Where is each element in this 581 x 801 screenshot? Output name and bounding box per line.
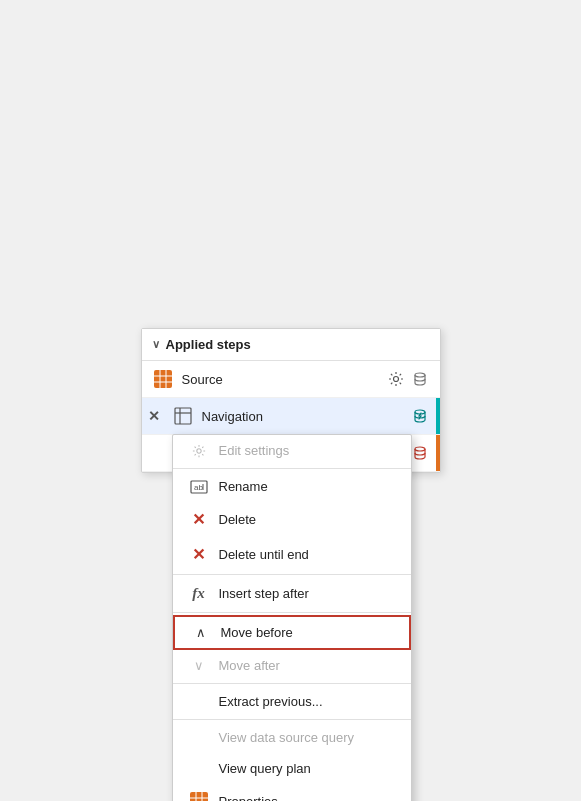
menu-item-delete[interactable]: ✕ Delete	[173, 502, 411, 537]
navigation-step-label: Navigation	[202, 409, 410, 424]
properties-label: Properties...	[219, 794, 289, 802]
separator-4	[173, 683, 411, 684]
separator-5	[173, 719, 411, 720]
panel-title: Applied steps	[166, 337, 251, 352]
close-button[interactable]: ✕	[148, 408, 160, 424]
svg-point-5	[415, 373, 425, 377]
menu-item-delete-until-end[interactable]: ✕ Delete until end	[173, 537, 411, 572]
applied-steps-header: ∨ Applied steps	[142, 329, 440, 361]
delete-label: Delete	[219, 512, 257, 527]
step-item-navigation[interactable]: ✕ Navigation	[142, 398, 440, 435]
move-before-label: Move before	[221, 625, 293, 640]
context-menu: Edit settings ab Rename	[172, 434, 412, 801]
rename-label: Rename	[219, 479, 268, 494]
navigation-step-icon	[172, 405, 194, 427]
menu-item-extract-previous[interactable]: Extract previous...	[173, 686, 411, 717]
separator-2	[173, 574, 411, 575]
insert-step-after-label: Insert step after	[219, 586, 309, 601]
teal-accent	[436, 398, 440, 434]
source-step-actions	[386, 369, 430, 389]
menu-item-view-query-plan[interactable]: View query plan	[173, 753, 411, 784]
extract-previous-label: Extract previous...	[219, 694, 323, 709]
svg-rect-13	[190, 792, 208, 801]
edit-settings-gear-icon	[189, 444, 209, 458]
source-step-label: Source	[182, 372, 386, 387]
separator-1	[173, 468, 411, 469]
svg-rect-0	[154, 370, 172, 388]
menu-item-move-before[interactable]: ∧ Move before	[173, 615, 411, 650]
menu-item-properties[interactable]: Properties...	[173, 784, 411, 801]
edit-settings-label: Edit settings	[219, 443, 290, 458]
rename-icon: ab	[189, 480, 209, 494]
source-step-icon	[152, 368, 174, 390]
step-item-source[interactable]: Source	[142, 361, 440, 398]
view-query-plan-label: View query plan	[219, 761, 311, 776]
delete-x-icon: ✕	[189, 510, 209, 529]
svg-point-9	[415, 410, 425, 414]
menu-item-rename[interactable]: ab Rename	[173, 471, 411, 502]
navigation-step-actions	[410, 406, 430, 426]
orange-accent	[436, 435, 440, 471]
delete-until-end-x-icon: ✕	[189, 545, 209, 564]
collapse-chevron-icon[interactable]: ∨	[152, 338, 160, 351]
fx-icon: fx	[189, 585, 209, 602]
svg-rect-6	[175, 408, 191, 424]
database-icon[interactable]	[410, 369, 430, 389]
separator-3	[173, 612, 411, 613]
renamed-columns-step-actions	[410, 443, 430, 463]
delete-until-end-label: Delete until end	[219, 547, 309, 562]
svg-point-22	[415, 447, 425, 451]
menu-item-view-data-source-query[interactable]: View data source query	[173, 722, 411, 753]
menu-item-edit-settings[interactable]: Edit settings	[173, 435, 411, 466]
db-orange-icon[interactable]	[410, 443, 430, 463]
view-data-source-query-label: View data source query	[219, 730, 355, 745]
menu-item-insert-step-after[interactable]: fx Insert step after	[173, 577, 411, 610]
chevron-down-icon: ∨	[189, 658, 209, 673]
chevron-up-icon: ∧	[191, 625, 211, 640]
teal-lightning-icon[interactable]	[410, 406, 430, 426]
menu-item-move-after[interactable]: ∨ Move after	[173, 650, 411, 681]
gear-icon[interactable]	[386, 369, 406, 389]
svg-text:ab: ab	[194, 483, 203, 492]
properties-table-icon	[189, 792, 209, 801]
steps-list: Source ✕	[142, 361, 440, 472]
applied-steps-panel: ∨ Applied steps Source	[141, 328, 441, 473]
move-after-label: Move after	[219, 658, 280, 673]
